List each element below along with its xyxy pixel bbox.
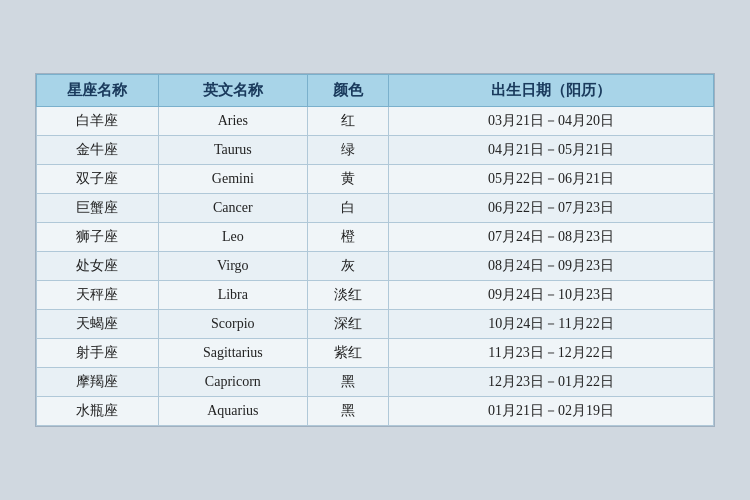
header-cn-name: 星座名称 bbox=[37, 75, 159, 107]
cell-row3-col0: 巨蟹座 bbox=[37, 194, 159, 223]
cell-row8-col2: 紫红 bbox=[307, 339, 388, 368]
header-en-name: 英文名称 bbox=[158, 75, 307, 107]
cell-row10-col0: 水瓶座 bbox=[37, 397, 159, 426]
cell-row9-col2: 黑 bbox=[307, 368, 388, 397]
cell-row0-col0: 白羊座 bbox=[37, 107, 159, 136]
cell-row5-col1: Virgo bbox=[158, 252, 307, 281]
cell-row10-col3: 01月21日－02月19日 bbox=[389, 397, 714, 426]
cell-row5-col3: 08月24日－09月23日 bbox=[389, 252, 714, 281]
zodiac-table: 星座名称 英文名称 颜色 出生日期（阳历） 白羊座Aries红03月21日－04… bbox=[36, 74, 714, 426]
cell-row6-col0: 天秤座 bbox=[37, 281, 159, 310]
cell-row7-col1: Scorpio bbox=[158, 310, 307, 339]
cell-row6-col3: 09月24日－10月23日 bbox=[389, 281, 714, 310]
table-row: 天蝎座Scorpio深红10月24日－11月22日 bbox=[37, 310, 714, 339]
table-row: 金牛座Taurus绿04月21日－05月21日 bbox=[37, 136, 714, 165]
cell-row1-col1: Taurus bbox=[158, 136, 307, 165]
table-body: 白羊座Aries红03月21日－04月20日金牛座Taurus绿04月21日－0… bbox=[37, 107, 714, 426]
cell-row7-col0: 天蝎座 bbox=[37, 310, 159, 339]
cell-row3-col2: 白 bbox=[307, 194, 388, 223]
cell-row10-col1: Aquarius bbox=[158, 397, 307, 426]
table-row: 白羊座Aries红03月21日－04月20日 bbox=[37, 107, 714, 136]
cell-row1-col2: 绿 bbox=[307, 136, 388, 165]
cell-row1-col0: 金牛座 bbox=[37, 136, 159, 165]
cell-row7-col3: 10月24日－11月22日 bbox=[389, 310, 714, 339]
cell-row4-col1: Leo bbox=[158, 223, 307, 252]
cell-row9-col0: 摩羯座 bbox=[37, 368, 159, 397]
table-row: 射手座Sagittarius紫红11月23日－12月22日 bbox=[37, 339, 714, 368]
cell-row8-col3: 11月23日－12月22日 bbox=[389, 339, 714, 368]
cell-row5-col0: 处女座 bbox=[37, 252, 159, 281]
cell-row2-col3: 05月22日－06月21日 bbox=[389, 165, 714, 194]
cell-row0-col2: 红 bbox=[307, 107, 388, 136]
table-row: 水瓶座Aquarius黑01月21日－02月19日 bbox=[37, 397, 714, 426]
cell-row2-col2: 黄 bbox=[307, 165, 388, 194]
table-row: 狮子座Leo橙07月24日－08月23日 bbox=[37, 223, 714, 252]
cell-row2-col1: Gemini bbox=[158, 165, 307, 194]
cell-row8-col0: 射手座 bbox=[37, 339, 159, 368]
cell-row9-col1: Capricorn bbox=[158, 368, 307, 397]
header-color: 颜色 bbox=[307, 75, 388, 107]
table-header-row: 星座名称 英文名称 颜色 出生日期（阳历） bbox=[37, 75, 714, 107]
table-row: 巨蟹座Cancer白06月22日－07月23日 bbox=[37, 194, 714, 223]
table-row: 处女座Virgo灰08月24日－09月23日 bbox=[37, 252, 714, 281]
cell-row3-col3: 06月22日－07月23日 bbox=[389, 194, 714, 223]
cell-row2-col0: 双子座 bbox=[37, 165, 159, 194]
cell-row5-col2: 灰 bbox=[307, 252, 388, 281]
cell-row0-col3: 03月21日－04月20日 bbox=[389, 107, 714, 136]
cell-row3-col1: Cancer bbox=[158, 194, 307, 223]
cell-row10-col2: 黑 bbox=[307, 397, 388, 426]
cell-row6-col2: 淡红 bbox=[307, 281, 388, 310]
cell-row8-col1: Sagittarius bbox=[158, 339, 307, 368]
cell-row0-col1: Aries bbox=[158, 107, 307, 136]
cell-row6-col1: Libra bbox=[158, 281, 307, 310]
zodiac-table-container: 星座名称 英文名称 颜色 出生日期（阳历） 白羊座Aries红03月21日－04… bbox=[35, 73, 715, 427]
cell-row4-col3: 07月24日－08月23日 bbox=[389, 223, 714, 252]
cell-row9-col3: 12月23日－01月22日 bbox=[389, 368, 714, 397]
table-row: 天秤座Libra淡红09月24日－10月23日 bbox=[37, 281, 714, 310]
cell-row1-col3: 04月21日－05月21日 bbox=[389, 136, 714, 165]
cell-row7-col2: 深红 bbox=[307, 310, 388, 339]
cell-row4-col2: 橙 bbox=[307, 223, 388, 252]
table-row: 双子座Gemini黄05月22日－06月21日 bbox=[37, 165, 714, 194]
table-row: 摩羯座Capricorn黑12月23日－01月22日 bbox=[37, 368, 714, 397]
header-date: 出生日期（阳历） bbox=[389, 75, 714, 107]
cell-row4-col0: 狮子座 bbox=[37, 223, 159, 252]
